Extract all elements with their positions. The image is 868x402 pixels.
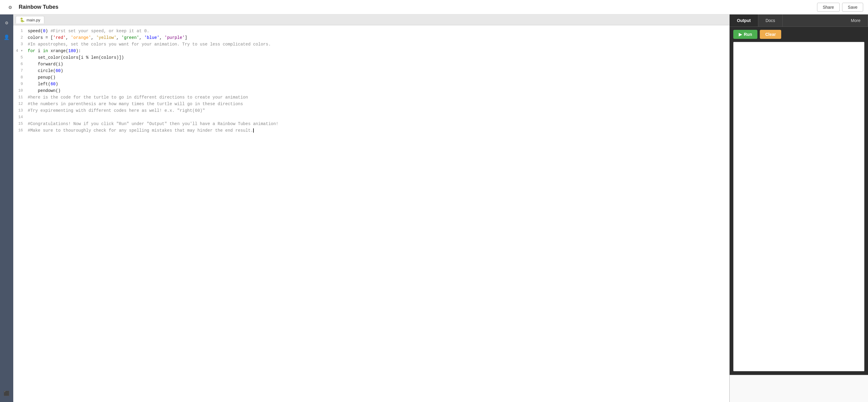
tab-main-py[interactable]: 🐍 main.py bbox=[16, 16, 44, 24]
code-editor[interactable]: 1 speed(0) #First set your speed, or kee… bbox=[13, 25, 730, 402]
output-bottom-panel bbox=[730, 375, 868, 402]
right-panel: Output Docs More ▶ Run Clear bbox=[730, 14, 868, 402]
main-layout: ⚙ 👤 ⬛ 🐍 main.py 1 speed(0) #First set yo… bbox=[0, 14, 868, 402]
table-row: 5 set_color(colors[i % len(colors)]) bbox=[13, 54, 730, 61]
layout-icon[interactable]: ⬛ bbox=[2, 389, 11, 398]
settings-icon[interactable]: ⚙ bbox=[2, 18, 11, 28]
table-row: 4 ▾ for i in xrange(180): bbox=[13, 48, 730, 54]
user-icon[interactable]: 👤 bbox=[2, 33, 11, 42]
share-button[interactable]: Share bbox=[817, 3, 840, 12]
table-row: 14 bbox=[13, 114, 730, 121]
save-button[interactable]: Save bbox=[842, 3, 863, 12]
table-row: 7 circle(60) bbox=[13, 67, 730, 74]
table-row: 2 colors = ['red', 'orange', 'yellow', '… bbox=[13, 34, 730, 41]
table-row: 15 #Congratulations! Now if you click "R… bbox=[13, 121, 730, 127]
run-label: Run bbox=[744, 32, 752, 37]
python-icon: 🐍 bbox=[20, 18, 25, 22]
gear-icon[interactable]: ⚙ bbox=[5, 2, 16, 13]
table-row: 11 #here is the code for the turtle to g… bbox=[13, 94, 730, 101]
output-canvas bbox=[733, 42, 864, 371]
table-row: 1 speed(0) #First set your speed, or kee… bbox=[13, 28, 730, 34]
header-actions: Share Save bbox=[817, 3, 863, 12]
table-row: 3 #In apostrophes, set the colors you wa… bbox=[13, 41, 730, 48]
clear-button[interactable]: Clear bbox=[760, 30, 781, 39]
table-row: 13 #Try expirementing with different cod… bbox=[13, 107, 730, 114]
left-sidebar: ⚙ 👤 ⬛ bbox=[0, 14, 13, 402]
app-header: ⚙ Rainbow Tubes Share Save bbox=[0, 0, 868, 14]
right-tabs: Output Docs More bbox=[730, 14, 868, 27]
table-row: 6 forward(i) bbox=[13, 61, 730, 67]
project-title: Rainbow Tubes bbox=[19, 4, 817, 10]
table-row: 9 left(60) bbox=[13, 81, 730, 87]
editor-panel: 🐍 main.py 1 speed(0) #First set your spe… bbox=[13, 14, 730, 402]
table-row: 16 #Make sure to thouroughly check for a… bbox=[13, 127, 730, 134]
table-row: 12 #the numbers in parenthesis are how m… bbox=[13, 101, 730, 107]
table-row: 8 penup() bbox=[13, 74, 730, 81]
run-button[interactable]: ▶ Run bbox=[733, 30, 757, 39]
play-icon: ▶ bbox=[739, 32, 742, 37]
tab-output[interactable]: Output bbox=[730, 14, 758, 27]
tab-docs[interactable]: Docs bbox=[758, 14, 783, 27]
tab-main-py-label: main.py bbox=[27, 18, 40, 22]
output-controls: ▶ Run Clear bbox=[730, 27, 868, 42]
tab-more[interactable]: More bbox=[844, 14, 868, 27]
tabs-bar: 🐍 main.py bbox=[13, 14, 730, 25]
table-row: 10 pendown() bbox=[13, 87, 730, 94]
